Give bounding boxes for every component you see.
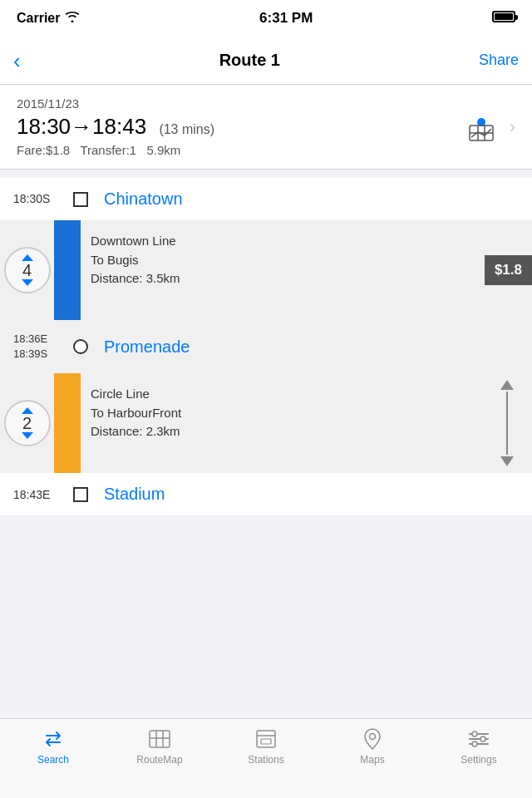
svg-point-17 [480, 736, 485, 741]
stations-tab-icon [254, 727, 278, 751]
tab-search[interactable]: Search [0, 727, 106, 766]
station-square-1 [73, 192, 88, 207]
segment-line-col-1 [54, 220, 81, 320]
summary-right: › [461, 107, 515, 147]
station-name-2[interactable]: Promenade [104, 337, 190, 357]
station-row: 18:30S Chinatown [0, 178, 532, 220]
route-list: 18:30S Chinatown 4 [0, 178, 532, 515]
line-name-1: Downtown Line [91, 232, 522, 251]
battery-icon [492, 11, 515, 26]
back-button[interactable]: ‹ [13, 50, 21, 71]
stops-circle-2: 2 [4, 400, 51, 446]
maps-icon [362, 727, 383, 751]
stops-arrows-2: 2 [22, 407, 33, 439]
v-arrow-down-icon [500, 456, 514, 466]
tab-maps[interactable]: Maps [319, 727, 426, 766]
stops-circle-1: 4 [4, 247, 51, 293]
seg-distance-2: Distance: 2.3km [91, 422, 522, 441]
v-arrow-up-icon [500, 380, 514, 390]
v-line [506, 392, 508, 455]
settings-icon [467, 729, 490, 749]
duration: (13 mins) [159, 122, 214, 136]
station-square-3 [73, 487, 88, 502]
tab-stations[interactable]: Stations [213, 727, 319, 766]
direction-2: To HarbourFront [91, 404, 522, 423]
routemap-icon [148, 729, 171, 749]
summary-date: 2015/11/23 [17, 96, 461, 111]
station-row-2: 18:36E18:39S Promenade [0, 320, 532, 373]
svg-point-12 [370, 734, 376, 740]
nav-bar: ‹ Route 1 Share [0, 37, 532, 85]
stops-indicator-2: 2 [0, 373, 54, 473]
wifi-icon [65, 11, 80, 26]
summary-time: 18:30→18:43 (13 mins) [17, 114, 461, 140]
v-arrow [500, 380, 514, 466]
station-name-1[interactable]: Chinatown [104, 190, 183, 209]
fare-badge: $1.8 [485, 255, 532, 285]
map-icon [465, 111, 498, 144]
arrow-up-icon-1 [22, 254, 33, 261]
stops-indicator-1: 4 [0, 220, 54, 320]
line-orange [54, 373, 81, 473]
stops-number-1: 4 [22, 262, 32, 278]
transfer-label: Transfer:1 [80, 143, 136, 157]
search-tab-icon [42, 727, 65, 751]
svg-rect-11 [261, 739, 271, 744]
routemap-tab-icon [148, 727, 171, 751]
stops-arrows-1: 4 [22, 254, 33, 286]
status-time: 6:31 PM [259, 10, 313, 27]
arrow-down-icon-1 [22, 279, 33, 286]
seg-distance-1: Distance: 3.5km [91, 269, 522, 288]
chevron-right-icon: › [510, 116, 515, 138]
tab-settings[interactable]: Settings [426, 727, 532, 766]
share-button[interactable]: Share [479, 52, 519, 69]
segment-row-1: 4 Downtown Line To Bugis Distance: 3.5km… [0, 220, 532, 320]
station-circle-2 [73, 339, 88, 354]
segment-row-2: 2 Circle Line To HarbourFront Distance: … [0, 373, 532, 473]
nav-title: Route 1 [219, 51, 280, 70]
status-bar: Carrier 6:31 PM [0, 0, 532, 37]
summary-info: 2015/11/23 18:30→18:43 (13 mins) Fare:$1… [17, 96, 461, 157]
distance-label: 5.9km [146, 143, 180, 157]
status-left: Carrier [17, 11, 80, 26]
settings-tab-label: Settings [461, 754, 496, 766]
station-time-2: 18:36E18:39S [13, 332, 67, 362]
routemap-tab-label: RouteMap [136, 754, 182, 766]
station-dot-2 [67, 339, 94, 354]
maps-tab-icon [361, 727, 384, 751]
summary-fare: Fare:$1.8 Transfer:1 5.9km [17, 143, 461, 157]
station-dot-1 [67, 192, 94, 207]
segment-info-1: Downtown Line To Bugis Distance: 3.5km [81, 220, 532, 320]
line-name-2: Circle Line [91, 385, 522, 404]
fare-label: Fare:$1.8 [17, 143, 70, 157]
svg-point-18 [472, 741, 477, 746]
map-icon-btn[interactable] [461, 107, 501, 147]
svg-point-16 [472, 732, 477, 736]
stops-number-2: 2 [22, 415, 32, 431]
search-icon [42, 727, 65, 751]
arrow-up-icon-2 [22, 407, 33, 414]
maps-tab-label: Maps [360, 754, 384, 766]
summary-card[interactable]: 2015/11/23 18:30→18:43 (13 mins) Fare:$1… [0, 85, 532, 170]
line-blue [54, 220, 81, 320]
segment-line-col-2 [54, 373, 81, 473]
segment-info-2: Circle Line To HarbourFront Distance: 2.… [81, 373, 532, 473]
svg-rect-5 [150, 731, 170, 747]
direction-1: To Bugis [91, 251, 522, 270]
tab-routemap[interactable]: RouteMap [106, 727, 213, 766]
stations-tab-label: Stations [248, 754, 283, 766]
station-name-3[interactable]: Stadium [104, 485, 165, 504]
search-tab-label: Search [37, 754, 69, 766]
station-row-3: 18:43E Stadium [0, 473, 532, 515]
settings-tab-icon [467, 727, 490, 751]
route-content: 2015/11/23 18:30→18:43 (13 mins) Fare:$1… [0, 85, 532, 718]
carrier-label: Carrier [17, 11, 60, 26]
tab-bar: Search RouteMap Stations [0, 718, 532, 798]
stations-icon [254, 729, 278, 749]
station-time-3: 18:43E [13, 487, 67, 502]
station-time-1: 18:30S [13, 191, 67, 206]
station-dot-3 [67, 487, 94, 502]
arrow-down-icon-2 [22, 432, 33, 439]
time-range: 18:30→18:43 [17, 114, 146, 139]
